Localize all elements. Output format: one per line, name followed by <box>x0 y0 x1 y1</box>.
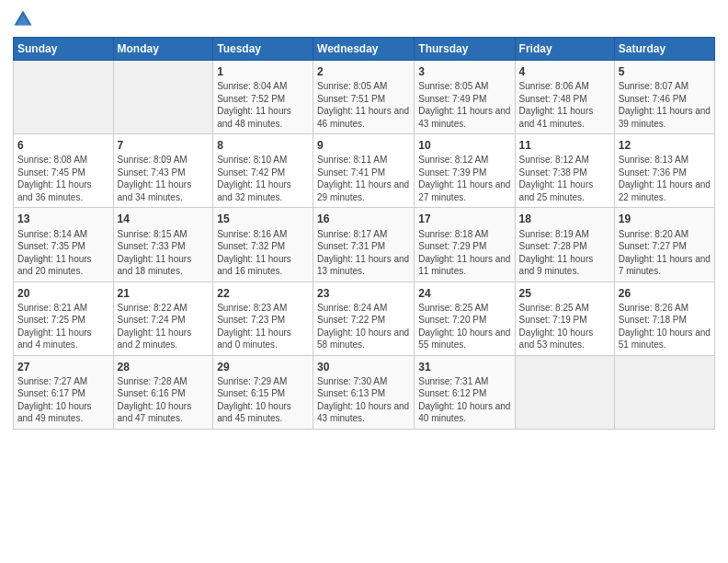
day-info: Sunrise: 8:07 AM Sunset: 7:46 PM Dayligh… <box>619 80 711 130</box>
page-container: SundayMondayTuesdayWednesdayThursdayFrid… <box>0 0 728 439</box>
weekday-header: Friday <box>515 38 614 61</box>
day-number: 22 <box>217 286 309 301</box>
calendar-cell: 26Sunrise: 8:26 AM Sunset: 7:18 PM Dayli… <box>614 282 714 355</box>
day-info: Sunrise: 8:14 AM Sunset: 7:35 PM Dayligh… <box>17 228 109 278</box>
weekday-header: Monday <box>113 38 213 61</box>
page-header <box>13 9 715 29</box>
day-number: 25 <box>519 286 610 301</box>
calendar-cell <box>515 355 614 429</box>
day-number: 30 <box>317 360 410 374</box>
day-info: Sunrise: 8:12 AM Sunset: 7:39 PM Dayligh… <box>418 154 510 203</box>
day-number: 29 <box>217 360 309 374</box>
day-info: Sunrise: 8:11 AM Sunset: 7:41 PM Dayligh… <box>317 154 410 203</box>
day-info: Sunrise: 7:31 AM Sunset: 6:12 PM Dayligh… <box>418 375 510 425</box>
logo <box>13 9 37 29</box>
calendar-cell <box>113 61 213 134</box>
day-number: 4 <box>519 64 610 79</box>
day-number: 26 <box>619 286 711 301</box>
day-info: Sunrise: 8:04 AM Sunset: 7:52 PM Dayligh… <box>217 80 309 130</box>
day-number: 24 <box>418 286 510 301</box>
calendar-cell: 9Sunrise: 8:11 AM Sunset: 7:41 PM Daylig… <box>313 134 415 208</box>
day-number: 8 <box>217 138 309 153</box>
day-info: Sunrise: 8:19 AM Sunset: 7:28 PM Dayligh… <box>519 228 610 278</box>
calendar-body: 1Sunrise: 8:04 AM Sunset: 7:52 PM Daylig… <box>14 61 715 430</box>
calendar-cell: 11Sunrise: 8:12 AM Sunset: 7:38 PM Dayli… <box>515 134 614 208</box>
day-number: 28 <box>118 360 210 374</box>
day-number: 3 <box>418 64 510 79</box>
calendar-cell: 30Sunrise: 7:30 AM Sunset: 6:13 PM Dayli… <box>313 355 415 429</box>
calendar-cell: 7Sunrise: 8:09 AM Sunset: 7:43 PM Daylig… <box>113 134 213 208</box>
day-info: Sunrise: 8:08 AM Sunset: 7:45 PM Dayligh… <box>17 154 109 203</box>
day-number: 14 <box>118 212 210 226</box>
calendar-cell: 8Sunrise: 8:10 AM Sunset: 7:42 PM Daylig… <box>213 134 313 208</box>
calendar-cell: 24Sunrise: 8:25 AM Sunset: 7:20 PM Dayli… <box>415 282 515 355</box>
day-number: 2 <box>317 64 410 79</box>
day-number: 6 <box>17 138 109 153</box>
calendar-cell: 6Sunrise: 8:08 AM Sunset: 7:45 PM Daylig… <box>14 134 114 208</box>
day-number: 20 <box>17 286 109 301</box>
day-info: Sunrise: 8:24 AM Sunset: 7:22 PM Dayligh… <box>317 302 410 351</box>
day-info: Sunrise: 8:10 AM Sunset: 7:42 PM Dayligh… <box>217 154 309 203</box>
calendar-cell: 3Sunrise: 8:05 AM Sunset: 7:49 PM Daylig… <box>415 61 515 134</box>
calendar-cell: 13Sunrise: 8:14 AM Sunset: 7:35 PM Dayli… <box>14 208 114 282</box>
day-info: Sunrise: 8:06 AM Sunset: 7:48 PM Dayligh… <box>519 80 610 130</box>
calendar-week-row: 6Sunrise: 8:08 AM Sunset: 7:45 PM Daylig… <box>14 134 715 208</box>
calendar-cell: 15Sunrise: 8:16 AM Sunset: 7:32 PM Dayli… <box>213 208 313 282</box>
day-info: Sunrise: 8:20 AM Sunset: 7:27 PM Dayligh… <box>619 228 711 278</box>
calendar-cell <box>614 355 714 429</box>
calendar-cell: 16Sunrise: 8:17 AM Sunset: 7:31 PM Dayli… <box>313 208 415 282</box>
calendar-cell: 2Sunrise: 8:05 AM Sunset: 7:51 PM Daylig… <box>313 61 415 134</box>
day-number: 15 <box>217 212 309 226</box>
calendar-cell: 31Sunrise: 7:31 AM Sunset: 6:12 PM Dayli… <box>415 355 515 429</box>
day-info: Sunrise: 8:22 AM Sunset: 7:24 PM Dayligh… <box>118 302 210 351</box>
calendar-cell: 25Sunrise: 8:25 AM Sunset: 7:19 PM Dayli… <box>515 282 614 355</box>
day-info: Sunrise: 7:28 AM Sunset: 6:16 PM Dayligh… <box>118 375 210 425</box>
calendar-cell: 14Sunrise: 8:15 AM Sunset: 7:33 PM Dayli… <box>113 208 213 282</box>
calendar-week-row: 1Sunrise: 8:04 AM Sunset: 7:52 PM Daylig… <box>14 61 715 134</box>
day-number: 7 <box>118 138 210 153</box>
day-number: 16 <box>317 212 410 226</box>
day-number: 5 <box>619 64 711 79</box>
day-number: 1 <box>217 64 309 79</box>
calendar-cell: 12Sunrise: 8:13 AM Sunset: 7:36 PM Dayli… <box>614 134 714 208</box>
day-number: 23 <box>317 286 410 301</box>
day-info: Sunrise: 8:05 AM Sunset: 7:51 PM Dayligh… <box>317 80 410 130</box>
day-info: Sunrise: 7:29 AM Sunset: 6:15 PM Dayligh… <box>217 375 309 425</box>
day-info: Sunrise: 8:23 AM Sunset: 7:23 PM Dayligh… <box>217 302 309 351</box>
day-number: 31 <box>418 360 510 374</box>
calendar-cell: 20Sunrise: 8:21 AM Sunset: 7:25 PM Dayli… <box>14 282 114 355</box>
calendar-cell: 5Sunrise: 8:07 AM Sunset: 7:46 PM Daylig… <box>614 61 714 134</box>
day-info: Sunrise: 8:15 AM Sunset: 7:33 PM Dayligh… <box>118 228 210 278</box>
calendar-cell: 17Sunrise: 8:18 AM Sunset: 7:29 PM Dayli… <box>415 208 515 282</box>
weekday-header: Thursday <box>415 38 515 61</box>
day-info: Sunrise: 8:12 AM Sunset: 7:38 PM Dayligh… <box>519 154 610 203</box>
day-number: 21 <box>118 286 210 301</box>
weekday-header: Sunday <box>14 38 114 61</box>
calendar-cell: 10Sunrise: 8:12 AM Sunset: 7:39 PM Dayli… <box>415 134 515 208</box>
day-info: Sunrise: 7:30 AM Sunset: 6:13 PM Dayligh… <box>317 375 410 425</box>
day-info: Sunrise: 8:17 AM Sunset: 7:31 PM Dayligh… <box>317 228 410 278</box>
day-info: Sunrise: 8:18 AM Sunset: 7:29 PM Dayligh… <box>418 228 510 278</box>
logo-icon <box>13 9 33 29</box>
day-number: 27 <box>17 360 109 374</box>
day-info: Sunrise: 7:27 AM Sunset: 6:17 PM Dayligh… <box>17 375 109 425</box>
day-info: Sunrise: 8:21 AM Sunset: 7:25 PM Dayligh… <box>17 302 109 351</box>
weekday-header: Wednesday <box>313 38 415 61</box>
day-info: Sunrise: 8:16 AM Sunset: 7:32 PM Dayligh… <box>217 228 309 278</box>
day-info: Sunrise: 8:25 AM Sunset: 7:19 PM Dayligh… <box>519 302 610 351</box>
day-info: Sunrise: 8:05 AM Sunset: 7:49 PM Dayligh… <box>418 80 510 130</box>
calendar-cell: 23Sunrise: 8:24 AM Sunset: 7:22 PM Dayli… <box>313 282 415 355</box>
day-number: 10 <box>418 138 510 153</box>
calendar-week-row: 27Sunrise: 7:27 AM Sunset: 6:17 PM Dayli… <box>14 355 715 429</box>
weekday-header: Saturday <box>614 38 714 61</box>
calendar-cell: 21Sunrise: 8:22 AM Sunset: 7:24 PM Dayli… <box>113 282 213 355</box>
day-info: Sunrise: 8:09 AM Sunset: 7:43 PM Dayligh… <box>118 154 210 203</box>
day-number: 17 <box>418 212 510 226</box>
calendar-cell: 18Sunrise: 8:19 AM Sunset: 7:28 PM Dayli… <box>515 208 614 282</box>
day-number: 9 <box>317 138 410 153</box>
calendar-cell <box>14 61 114 134</box>
calendar-cell: 22Sunrise: 8:23 AM Sunset: 7:23 PM Dayli… <box>213 282 313 355</box>
day-number: 12 <box>619 138 711 153</box>
weekday-header: Tuesday <box>213 38 313 61</box>
calendar-cell: 28Sunrise: 7:28 AM Sunset: 6:16 PM Dayli… <box>113 355 213 429</box>
